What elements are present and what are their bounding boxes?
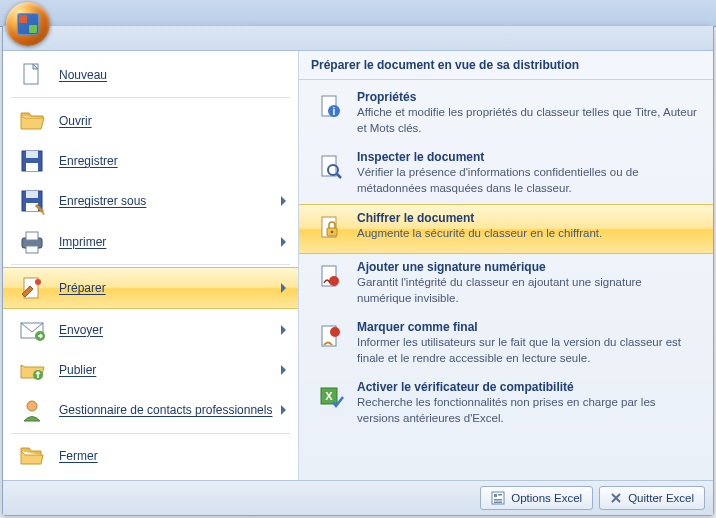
quit-excel-button[interactable]: Quitter Excel xyxy=(599,486,705,510)
menu-item-envoyer[interactable]: Envoyer xyxy=(3,309,298,349)
menu-item-label: Préparer xyxy=(59,281,106,295)
svg-point-23 xyxy=(331,231,334,234)
chevron-right-icon xyxy=(281,405,286,415)
submenu-item-title: Propriétés xyxy=(357,90,699,104)
menu-item-ouvrir[interactable]: Ouvrir xyxy=(3,100,298,140)
svg-text:i: i xyxy=(333,106,336,117)
submenu-item-chiffrer-le-document[interactable]: Chiffrer le documentAugmente la sécurité… xyxy=(299,204,713,254)
submenu-item-inspecter-le-document[interactable]: Inspecter le documentVérifier la présenc… xyxy=(299,144,713,204)
svg-rect-9 xyxy=(26,246,38,253)
menu-item-publier[interactable]: Publier xyxy=(3,350,298,390)
new-doc-icon xyxy=(17,60,47,90)
contacts-icon xyxy=(17,395,47,425)
close-icon xyxy=(610,492,622,504)
submenu-item-title: Ajouter une signature numérique xyxy=(357,260,699,274)
menu-item-pr-parer[interactable]: Préparer xyxy=(3,267,298,309)
svg-rect-3 xyxy=(26,163,38,171)
menu-item-label: Imprimer xyxy=(59,235,106,249)
submenu-item-desc: Augmente la sécurité du classeur en le c… xyxy=(357,226,699,242)
encrypt-icon xyxy=(313,211,347,245)
menu-item-label: Gestionnaire de contacts professionnels xyxy=(59,403,272,417)
svg-point-25 xyxy=(329,276,339,286)
svg-rect-32 xyxy=(498,494,502,496)
submenu-item-propri-t-s[interactable]: iPropriétésAffiche et modifie les propri… xyxy=(299,84,713,144)
left-menu-column: NouveauOuvrirEnregistrerEnregistrer sous… xyxy=(3,51,299,480)
chevron-right-icon xyxy=(281,196,286,206)
submenu-list: iPropriétésAffiche et modifie les propri… xyxy=(299,80,713,480)
submenu-item-activer-le-v-rificateur-de-compatibilit[interactable]: XActiver le vérificateur de compatibilit… xyxy=(299,374,713,434)
office-menu-panel: NouveauOuvrirEnregistrerEnregistrer sous… xyxy=(2,26,714,516)
save-icon xyxy=(17,146,47,176)
title-bar xyxy=(0,0,716,27)
submenu-item-ajouter-une-signature-num-rique[interactable]: Ajouter une signature numériqueGarantit … xyxy=(299,254,713,314)
menu-item-label: Envoyer xyxy=(59,323,103,337)
menu-item-label: Enregistrer sous xyxy=(59,194,146,208)
menu-item-label: Fermer xyxy=(59,449,98,463)
quit-excel-label: Quitter Excel xyxy=(628,492,694,504)
publish-icon xyxy=(17,355,47,385)
svg-rect-5 xyxy=(26,191,38,198)
menu-separator xyxy=(11,264,290,265)
submenu-item-title: Activer le vérificateur de compatibilité xyxy=(357,380,699,394)
send-icon xyxy=(17,315,47,345)
prepare-icon xyxy=(17,273,47,303)
menu-item-fermer[interactable]: Fermer xyxy=(3,436,298,476)
svg-text:X: X xyxy=(325,390,333,402)
save-as-icon xyxy=(17,186,47,216)
chevron-right-icon xyxy=(281,325,286,335)
menu-item-label: Enregistrer xyxy=(59,154,118,168)
svg-rect-31 xyxy=(494,494,497,497)
chevron-right-icon xyxy=(281,283,286,293)
properties-icon: i xyxy=(313,90,347,124)
options-icon xyxy=(491,491,505,505)
menu-header-strip xyxy=(3,26,713,51)
submenu-item-title: Marquer comme final xyxy=(357,320,699,334)
menu-item-nouveau[interactable]: Nouveau xyxy=(3,55,298,95)
menu-footer: Options Excel Quitter Excel xyxy=(3,480,713,515)
menu-item-label: Publier xyxy=(59,363,96,377)
chevron-right-icon xyxy=(281,237,286,247)
menu-item-gestionnaire-de-contacts-professionnels[interactable]: Gestionnaire de contacts professionnels xyxy=(3,390,298,430)
submenu-item-marquer-comme-final[interactable]: Marquer comme finalInformer les utilisat… xyxy=(299,314,713,374)
svg-point-27 xyxy=(330,327,340,337)
close-file-icon xyxy=(17,441,47,471)
right-submenu-column: Préparer le document en vue de sa distri… xyxy=(299,51,713,480)
svg-rect-2 xyxy=(26,151,38,158)
submenu-item-desc: Informer les utilisateurs sur le fait qu… xyxy=(357,335,699,366)
office-button[interactable] xyxy=(6,2,50,46)
menu-item-enregistrer[interactable]: Enregistrer xyxy=(3,141,298,181)
menu-separator xyxy=(11,433,290,434)
submenu-item-desc: Vérifier la présence d'informations conf… xyxy=(357,165,699,196)
submenu-item-title: Inspecter le document xyxy=(357,150,699,164)
mark-final-icon xyxy=(313,320,347,354)
svg-point-15 xyxy=(27,401,37,411)
compat-check-icon: X xyxy=(313,380,347,414)
menu-item-label: Ouvrir xyxy=(59,114,92,128)
menu-separator xyxy=(11,97,290,98)
menu-item-enregistrer-sous[interactable]: Enregistrer sous xyxy=(3,181,298,221)
submenu-item-desc: Affiche et modifie les propriétés du cla… xyxy=(357,105,699,136)
submenu-item-title: Chiffrer le document xyxy=(357,211,699,225)
svg-point-11 xyxy=(35,279,41,285)
svg-rect-33 xyxy=(494,499,502,501)
excel-options-button[interactable]: Options Excel xyxy=(480,486,593,510)
chevron-right-icon xyxy=(281,365,286,375)
print-icon xyxy=(17,227,47,257)
submenu-item-desc: Garantit l'intégrité du classeur en ajou… xyxy=(357,275,699,306)
signature-icon xyxy=(313,260,347,294)
excel-options-label: Options Excel xyxy=(511,492,582,504)
menu-item-label: Nouveau xyxy=(59,68,107,82)
open-folder-icon xyxy=(17,106,47,136)
submenu-header: Préparer le document en vue de sa distri… xyxy=(299,51,713,80)
menu-item-imprimer[interactable]: Imprimer xyxy=(3,222,298,262)
inspect-icon xyxy=(313,150,347,184)
svg-rect-34 xyxy=(494,502,502,504)
submenu-item-desc: Recherche les fonctionnalités non prises… xyxy=(357,395,699,426)
svg-rect-8 xyxy=(26,232,38,240)
